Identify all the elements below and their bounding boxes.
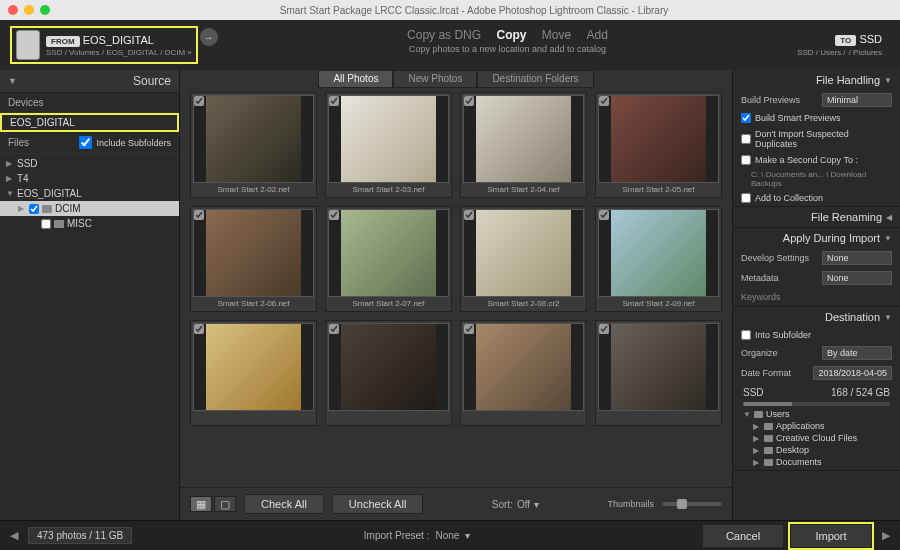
mode-hint: Copy photos to a new location and add to… xyxy=(218,44,797,54)
thumbnail-cell[interactable]: Smart Start 2-04.nef xyxy=(460,92,587,198)
thumbnail-checkbox[interactable] xyxy=(329,210,339,220)
tree-drive-eos[interactable]: ▼EOS_DIGITAL xyxy=(0,186,179,201)
tree-drive-t4[interactable]: ▶T4 xyxy=(0,171,179,186)
tab-destination-folders[interactable]: Destination Folders xyxy=(477,70,593,88)
thumbnail-size-slider[interactable] xyxy=(662,502,722,506)
tree-folder-misc[interactable]: MISC xyxy=(0,216,179,231)
keywords-field[interactable]: Keywords xyxy=(733,288,900,306)
thumbnail-cell[interactable]: Smart Start 2-07.nef xyxy=(325,206,452,312)
thumbnail-cell[interactable] xyxy=(325,320,452,426)
loupe-view-button[interactable]: ▢ xyxy=(214,496,236,512)
thumbnail-checkbox[interactable] xyxy=(464,210,474,220)
date-format-select[interactable]: 2018/2018-04-05 xyxy=(813,366,892,380)
source-selector[interactable]: FROM EOS_DIGITAL SSD / Volumes / EOS_DIG… xyxy=(12,28,196,62)
lightroom-import-dialog: FROM EOS_DIGITAL SSD / Volumes / EOS_DIG… xyxy=(0,20,900,550)
suspected-duplicates-toggle[interactable]: Don't Import Suspected Duplicates xyxy=(733,126,900,152)
device-eos-digital[interactable]: EOS_DIGITAL xyxy=(0,113,179,132)
metadata-select[interactable]: None xyxy=(822,271,892,285)
thumbnail-grid[interactable]: Smart Start 2-02.nefSmart Start 2-03.nef… xyxy=(180,88,732,487)
source-panel-header[interactable]: ▼ Source xyxy=(0,70,179,93)
thumbnail-checkbox[interactable] xyxy=(329,96,339,106)
thumbnail-image xyxy=(193,323,314,411)
right-panel-toggle[interactable]: ▶ xyxy=(882,529,890,542)
develop-settings-row[interactable]: Develop Settings None xyxy=(733,248,900,268)
thumbnail-filename: Smart Start 2-05.nef xyxy=(598,183,719,195)
import-preset-selector[interactable]: Import Preset : None ▾ xyxy=(364,530,470,541)
second-copy-path: C: \ Documents an... \ Download Backups xyxy=(733,168,900,190)
dest-tree-ccfiles[interactable]: ▶Creative Cloud Files xyxy=(739,432,894,444)
include-subfolders-toggle[interactable]: Include Subfolders xyxy=(79,136,171,149)
dest-sub: SSD / Users / xyxy=(797,48,845,57)
thumbnail-filename: Smart Start 2-04.nef xyxy=(463,183,584,195)
thumbnail-checkbox[interactable] xyxy=(194,210,204,220)
zoom-traffic-light[interactable] xyxy=(40,5,50,15)
folder-icon xyxy=(764,447,773,454)
thumbnail-cell[interactable]: Smart Start 2-06.nef xyxy=(190,206,317,312)
destination-header[interactable]: Destination▼ xyxy=(733,307,900,327)
thumbnail-cell[interactable]: Smart Start 2-05.nef xyxy=(595,92,722,198)
thumbnail-cell[interactable] xyxy=(595,320,722,426)
add-to-collection-toggle[interactable]: Add to Collection xyxy=(733,190,900,206)
tree-folder-dcim[interactable]: ▶DCIM xyxy=(0,201,179,216)
thumbnail-checkbox[interactable] xyxy=(599,96,609,106)
include-subfolders-checkbox[interactable] xyxy=(79,136,92,149)
dest-tree-users[interactable]: ▼Users xyxy=(739,408,894,420)
thumbnail-cell[interactable]: Smart Start 2-03.nef xyxy=(325,92,452,198)
metadata-row[interactable]: Metadata None xyxy=(733,268,900,288)
apply-during-import-header[interactable]: Apply During Import▼ xyxy=(733,228,900,248)
import-status: 473 photos / 11 GB xyxy=(28,527,132,544)
tab-new-photos[interactable]: New Photos xyxy=(393,70,477,88)
file-renaming-header[interactable]: File Renaming◀ xyxy=(733,207,900,227)
folder-icon xyxy=(764,423,773,430)
thumbnail-image xyxy=(328,323,449,411)
thumbnail-checkbox[interactable] xyxy=(464,96,474,106)
dest-tree-desktop[interactable]: ▶Desktop xyxy=(739,444,894,456)
thumbnail-cell[interactable] xyxy=(460,320,587,426)
thumbnail-filename xyxy=(193,411,314,423)
grid-view-button[interactable]: ▦ xyxy=(190,496,212,512)
cancel-button[interactable]: Cancel xyxy=(702,524,784,548)
thumbnail-checkbox[interactable] xyxy=(194,324,204,334)
build-previews-select[interactable]: Minimal xyxy=(822,93,892,107)
thumbnail-cell[interactable]: Smart Start 2-09.nef xyxy=(595,206,722,312)
tab-all-photos[interactable]: All Photos xyxy=(318,70,393,88)
import-mode-switch: Copy as DNG Copy Move Add Copy photos to… xyxy=(218,28,797,54)
into-subfolder-toggle[interactable]: Into Subfolder xyxy=(733,327,900,343)
thumbnail-checkbox[interactable] xyxy=(599,210,609,220)
chevron-down-icon: ▼ xyxy=(884,234,892,243)
thumbnail-checkbox[interactable] xyxy=(194,96,204,106)
thumbnail-cell[interactable]: Smart Start 2-08.cr2 xyxy=(460,206,587,312)
destination-selector[interactable]: TO SSD SSD / Users / / Pictures xyxy=(797,28,888,62)
smart-previews-toggle[interactable]: Build Smart Previews xyxy=(733,110,900,126)
thumbnail-checkbox[interactable] xyxy=(599,324,609,334)
organize-row[interactable]: Organize By date xyxy=(733,343,900,363)
devices-label: Devices xyxy=(0,93,179,113)
mode-move[interactable]: Move xyxy=(542,28,571,42)
thumbnail-filename: Smart Start 2-02.nef xyxy=(193,183,314,195)
thumbnail-checkbox[interactable] xyxy=(464,324,474,334)
uncheck-all-button[interactable]: Uncheck All xyxy=(332,494,423,514)
dest-tree-documents[interactable]: ▶Documents xyxy=(739,456,894,468)
file-handling-header[interactable]: File Handling▼ xyxy=(733,70,900,90)
thumbnail-cell[interactable] xyxy=(190,320,317,426)
eject-source-button[interactable]: → xyxy=(200,28,218,46)
build-previews-row[interactable]: Build Previews Minimal xyxy=(733,90,900,110)
left-panel-toggle[interactable]: ◀ xyxy=(10,529,18,542)
mode-copy-dng[interactable]: Copy as DNG xyxy=(407,28,481,42)
check-all-button[interactable]: Check All xyxy=(244,494,324,514)
date-format-row[interactable]: Date Format 2018/2018-04-05 xyxy=(733,363,900,383)
import-button[interactable]: Import xyxy=(790,524,872,548)
organize-select[interactable]: By date xyxy=(822,346,892,360)
thumbnail-cell[interactable]: Smart Start 2-02.nef xyxy=(190,92,317,198)
second-copy-toggle[interactable]: Make a Second Copy To : xyxy=(733,152,900,168)
develop-settings-select[interactable]: None xyxy=(822,251,892,265)
close-traffic-light[interactable] xyxy=(8,5,18,15)
mode-copy[interactable]: Copy xyxy=(496,28,526,42)
dest-tree-applications[interactable]: ▶Applications xyxy=(739,420,894,432)
tree-drive-ssd[interactable]: ▶SSD xyxy=(0,156,179,171)
thumbnail-checkbox[interactable] xyxy=(329,324,339,334)
minimize-traffic-light[interactable] xyxy=(24,5,34,15)
sort-control[interactable]: Sort: Off ▾ xyxy=(492,499,539,510)
dest-disk-info: SSD168 / 524 GB ▼Users ▶Applications ▶Cr… xyxy=(733,383,900,470)
mode-add[interactable]: Add xyxy=(587,28,608,42)
